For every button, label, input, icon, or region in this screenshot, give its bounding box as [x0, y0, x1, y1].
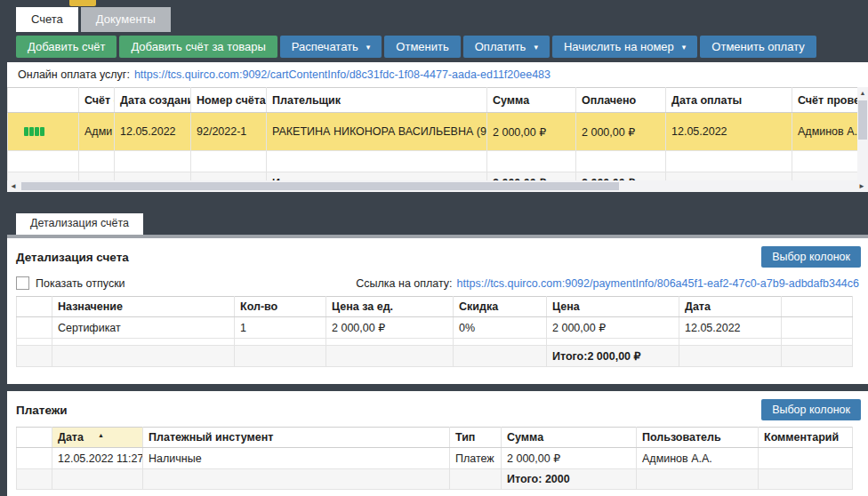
section-divider — [0, 384, 868, 391]
show-vacations-checkbox[interactable] — [16, 276, 29, 290]
pay-label: Оплатить — [475, 40, 526, 53]
add-goods-invoice-button[interactable]: Добавить счёт за товары — [119, 36, 277, 58]
empty-row — [8, 151, 858, 172]
column-header-comment[interactable]: Комментарий — [759, 428, 853, 448]
show-vacations-group: Показать отпуски — [16, 276, 125, 290]
detail-row[interactable]: Сертификат 1 2 000,00 ₽ 0% 2 000,00 ₽ 12… — [17, 317, 853, 339]
tab-documents[interactable]: Документы — [81, 7, 171, 32]
vertical-scroll-thumb[interactable] — [858, 100, 867, 140]
cell-sum: 2 000,00 ₽ — [487, 113, 576, 151]
horizontal-scroll-thumb[interactable] — [21, 182, 619, 190]
payments-choose-columns-button[interactable]: Выбор колонок — [761, 399, 861, 420]
detail-table: Назначение Кол-во Цена за ед. Скидка Цен… — [16, 296, 853, 367]
payments-table: Дата▲ Платежный инстумент Тип Сумма Поль… — [16, 427, 853, 490]
cell-qty: 1 — [235, 317, 326, 339]
tab-invoice-detail[interactable]: Детализация счёта — [16, 213, 143, 235]
column-header-unit-price[interactable]: Цена за ед. — [326, 297, 454, 317]
scroll-left-icon[interactable]: ◄ — [7, 180, 20, 192]
column-header-discount[interactable]: Скидка — [454, 297, 547, 317]
chevron-down-icon: ▾ — [682, 44, 687, 52]
column-header-payment-date[interactable]: Дата▲ — [52, 428, 143, 448]
column-header-payment-date[interactable]: Дата оплаты — [666, 88, 792, 113]
column-header-type[interactable]: Тип — [450, 428, 502, 448]
horizontal-scroll-track[interactable] — [20, 180, 856, 192]
spacer-row — [17, 339, 853, 346]
payment-date-label: Дата — [58, 431, 84, 444]
payment-row[interactable]: 12.05.2022 11:27 Наличные Платеж 2 000,0… — [17, 448, 853, 469]
window-icon-partial — [69, 0, 96, 6]
chevron-down-icon: ▾ — [366, 44, 371, 52]
column-header-purpose[interactable]: Назначение — [52, 297, 235, 317]
detail-title: Детализация счета — [16, 251, 129, 264]
cell-payment-date: 12.05.2022 11:27 — [52, 448, 143, 469]
column-header-user[interactable]: Пользователь — [637, 428, 759, 448]
charge-to-number-label: Начислить на номер — [564, 40, 674, 53]
payments-total: Итого: 2000 — [502, 469, 637, 490]
invoice-row-selected[interactable]: Адми 12.05.2022 92/2022-1 РАКЕТИНА НИКОН… — [8, 113, 858, 151]
cell-payer: РАКЕТИНА НИКОНОРА ВАСИЛЬЕВНА (92/2022) — [267, 113, 487, 151]
charge-to-number-button[interactable]: Начислить на номер▾ — [552, 36, 697, 58]
tab-invoices[interactable]: Счета — [16, 7, 78, 32]
cancel-button[interactable]: Отменить — [384, 36, 460, 58]
column-header-date[interactable]: Дата — [679, 297, 782, 317]
top-chrome: Счета Документы Добавить счёт Добавить с… — [0, 0, 868, 62]
vertical-scrollbar[interactable]: ▲ — [857, 87, 868, 180]
print-button[interactable]: Распечатать▾ — [280, 36, 382, 58]
detail-total-row: Итого:2 000,00 ₽ — [17, 346, 853, 367]
chevron-down-icon: ▾ — [534, 44, 538, 52]
cell-number: 92/2022-1 — [191, 113, 267, 151]
app-window: Счета Документы Добавить счёт Добавить с… — [0, 0, 868, 496]
cell-paid: 2 000,00 ₽ — [576, 113, 666, 151]
horizontal-scrollbar[interactable]: ◄ ► — [7, 180, 868, 192]
detail-header-row: Назначение Кол-во Цена за ед. Скидка Цен… — [17, 297, 853, 317]
cell-type: Платеж — [450, 448, 502, 469]
online-payment-link[interactable]: https://tcs.quirco.com:9092/cartContentI… — [134, 68, 551, 81]
cell-instrument: Наличные — [143, 448, 450, 469]
column-header-qty[interactable]: Кол-во — [235, 297, 326, 317]
status-bars-cell — [8, 113, 79, 151]
left-edge-strip — [0, 0, 7, 496]
show-vacations-label: Показать отпуски — [36, 277, 125, 290]
add-invoice-button[interactable]: Добавить счёт — [16, 36, 117, 58]
scroll-up-icon[interactable]: ▲ — [857, 87, 868, 99]
payments-total-row: Итого: 2000 — [17, 469, 853, 490]
scroll-right-icon[interactable]: ► — [856, 180, 868, 192]
cell-unit-price: 2 000,00 ₽ — [326, 317, 454, 339]
column-header-number[interactable]: Номер счёта — [191, 88, 267, 113]
cell-date: 12.05.2022 — [679, 317, 782, 339]
payments-title: Платежи — [16, 404, 68, 417]
column-header-payer[interactable]: Плательщик — [267, 88, 487, 113]
sort-asc-icon: ▲ — [98, 432, 104, 438]
payment-link-label: Ссылка на оплату: — [356, 277, 452, 290]
cell-price: 2 000,00 ₽ — [547, 317, 679, 339]
column-header-icon — [8, 88, 79, 113]
online-payment-line: Онлайн оплата услуг: https://tcs.quirco.… — [0, 62, 868, 87]
cell-discount: 0% — [454, 317, 547, 339]
toolbar: Добавить счёт Добавить счёт за товары Ра… — [16, 36, 816, 58]
column-header-created[interactable]: Дата создани — [115, 88, 191, 113]
column-header-sum[interactable]: Сумма — [487, 88, 576, 113]
payment-link[interactable]: https://tcs.quirco.com:9092/paymentInfo/… — [457, 277, 859, 290]
column-header-processed-by[interactable]: Счёт провел — [792, 88, 858, 113]
cell-opened-by: Адми — [79, 113, 115, 151]
column-header-paid[interactable]: Оплачено — [576, 88, 666, 113]
invoice-detail-panel: Детализация счета Выбор колонок Показать… — [0, 238, 868, 384]
payments-header-row: Дата▲ Платежный инстумент Тип Сумма Поль… — [17, 428, 853, 448]
column-header-instrument[interactable]: Платежный инстумент — [143, 428, 450, 448]
online-payment-label: Онлайн оплата услуг: — [18, 68, 130, 81]
cell-user: Админов А.А. — [637, 448, 759, 469]
column-header-opened-by[interactable]: Счёт о — [79, 88, 115, 113]
cell-amount: 2 000,00 ₽ — [502, 448, 637, 469]
column-header-amount[interactable]: Сумма — [502, 428, 637, 448]
cancel-payment-button[interactable]: Отменить оплату — [700, 36, 816, 58]
pay-button[interactable]: Оплатить▾ — [463, 36, 550, 58]
column-header-price[interactable]: Цена — [547, 297, 679, 317]
status-bars-icon — [13, 127, 73, 136]
payments-panel: Платежи Выбор колонок Дата▲ Платежный ин… — [0, 391, 868, 496]
cell-purpose: Сертификат — [52, 317, 235, 339]
detail-total: Итого:2 000,00 ₽ — [547, 346, 679, 367]
main-tabs: Счета Документы — [16, 7, 171, 32]
invoices-header-row: Счёт о Дата создани Номер счёта Плательщ… — [8, 88, 858, 113]
print-label: Распечатать — [292, 40, 358, 53]
detail-choose-columns-button[interactable]: Выбор колонок — [761, 246, 861, 268]
